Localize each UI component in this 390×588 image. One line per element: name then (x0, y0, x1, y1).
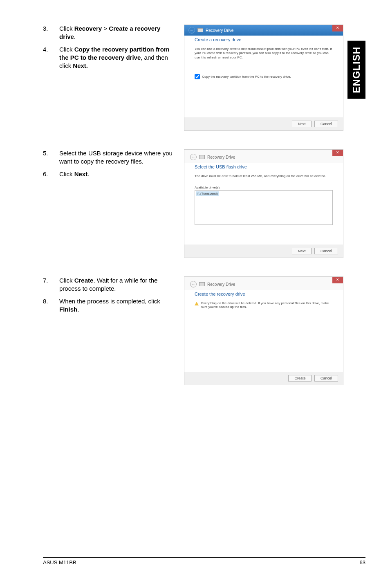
breadcrumb: Recovery Drive (207, 282, 235, 287)
section-2: 5. Select the USB storage device where y… (43, 149, 365, 258)
instructions-1: 3. Click Recovery > Create a recovery dr… (43, 25, 184, 131)
next-button[interactable]: Next (292, 248, 312, 254)
step-body: Click Recovery > Create a recovery drive… (59, 25, 184, 41)
section-1: 3. Click Recovery > Create a recovery dr… (43, 25, 365, 131)
drive-icon (199, 155, 205, 159)
step-body: When the process is completed, click Fin… (59, 297, 184, 314)
step-body: Click Next. (59, 170, 184, 178)
dialog-header: ← Recovery Drive (184, 277, 343, 290)
dialog-body: Select the USB flash drive The drive mus… (184, 163, 343, 245)
step-4: 4. Click Copy the recovery partition fro… (43, 45, 184, 70)
drive-list[interactable]: I:\ (Transcend) (195, 190, 333, 225)
warning-text: Everything on the drive will be deleted.… (201, 301, 333, 309)
dialog-header: ← Recovery Drive (184, 25, 343, 36)
language-tab: ENGLISH (347, 41, 365, 99)
section-3: 7. Click Create. Wait for a while for th… (43, 276, 365, 385)
bold: Next (74, 171, 88, 177)
cancel-button[interactable]: Cancel (314, 375, 338, 382)
back-icon[interactable]: ← (190, 154, 197, 160)
dialog-footer: Next Cancel (184, 245, 343, 258)
drive-icon (199, 282, 205, 286)
back-icon[interactable]: ← (190, 281, 197, 287)
step-8: 8. When the process is completed, click … (43, 297, 184, 314)
dialog-create-drive: ✕ ← Recovery Drive Create the recovery d… (184, 276, 343, 385)
text: Click (59, 277, 74, 284)
step-number: 7. (43, 276, 59, 293)
dialog-select-usb: ✕ ← Recovery Drive Select the USB flash … (184, 149, 343, 258)
dialog-text: You can use a recovery drive to help tro… (195, 47, 333, 60)
step-body: Click Create. Wait for a while for the p… (59, 276, 184, 293)
text: Click (59, 25, 74, 32)
step-body: Click Copy the recovery partition from t… (59, 45, 184, 70)
text: Click (59, 171, 74, 177)
dialog-header: ← Recovery Drive (184, 150, 343, 163)
step-number: 6. (43, 170, 59, 178)
bold: Next. (73, 62, 88, 69)
dialog-title: Create the recovery drive (195, 292, 333, 296)
text: . (77, 306, 79, 313)
copy-partition-checkbox-row: Copy the recovery partition from the PC … (195, 74, 333, 79)
close-icon[interactable]: ✕ (332, 25, 343, 31)
close-icon[interactable]: ✕ (332, 150, 343, 156)
step-7: 7. Click Create. Wait for a while for th… (43, 276, 184, 293)
step-number: 8. (43, 297, 59, 314)
next-button[interactable]: Next (292, 121, 312, 127)
instructions-2: 5. Select the USB storage device where y… (43, 149, 184, 258)
cancel-button[interactable]: Cancel (314, 121, 338, 127)
step-number: 5. (43, 149, 59, 166)
warning-row: Everything on the drive will be deleted.… (195, 301, 333, 309)
drive-icon (197, 28, 203, 32)
text: > (102, 25, 109, 32)
breadcrumb: Recovery Drive (206, 28, 233, 33)
copy-partition-checkbox[interactable] (195, 74, 200, 79)
dialog-body: Create a recovery drive You can use a re… (184, 36, 343, 117)
available-drives-label: Available drive(s) (195, 186, 333, 189)
checkbox-label: Copy the recovery partition from the PC … (202, 75, 291, 79)
close-icon[interactable]: ✕ (332, 277, 343, 283)
step-number: 3. (43, 25, 59, 41)
step-5: 5. Select the USB storage device where y… (43, 149, 184, 166)
page-content: 3. Click Recovery > Create a recovery dr… (0, 0, 390, 385)
page-footer: ASUS M11BB 63 (43, 557, 365, 566)
step-6: 6. Click Next. (43, 170, 184, 178)
dialog-text: The drive must be able to hold at least … (195, 174, 333, 178)
dialog-footer: Create Cancel (184, 372, 343, 385)
dialog-create-recovery: ✕ ← Recovery Drive Create a recovery dri… (184, 25, 343, 131)
step-number: 4. (43, 45, 59, 70)
text: Click (59, 46, 74, 53)
breadcrumb: Recovery Drive (207, 155, 235, 159)
text: When the process is completed, click (59, 298, 160, 305)
step-3: 3. Click Recovery > Create a recovery dr… (43, 25, 184, 41)
text: . (74, 33, 76, 40)
back-icon[interactable]: ← (188, 27, 195, 34)
cancel-button[interactable]: Cancel (314, 248, 338, 254)
warning-icon (195, 302, 199, 305)
dialog-body: Create the recovery drive Everything on … (184, 290, 343, 372)
bold: Recovery (74, 25, 102, 32)
dialog-footer: Next Cancel (184, 117, 343, 130)
bold: Finish (59, 306, 77, 313)
footer-page-number: 63 (360, 559, 365, 566)
bold: Create (74, 277, 94, 284)
create-button[interactable]: Create (288, 375, 312, 382)
text: . (87, 171, 89, 177)
footer-product: ASUS M11BB (43, 559, 76, 566)
instructions-3: 7. Click Create. Wait for a while for th… (43, 276, 184, 385)
step-body: Select the USB storage device where you … (59, 149, 184, 166)
drive-list-item[interactable]: I:\ (Transcend) (196, 191, 219, 196)
dialog-title: Select the USB flash drive (195, 164, 333, 169)
dialog-title: Create a recovery drive (195, 37, 333, 42)
